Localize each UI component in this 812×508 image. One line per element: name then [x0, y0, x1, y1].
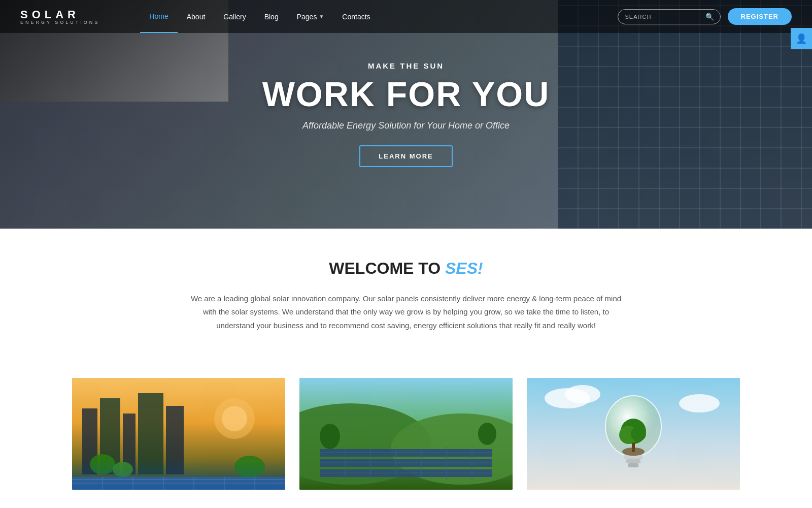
chevron-down-icon: ▼	[319, 14, 324, 19]
welcome-section: WELCOME TO SES! We are a leading global …	[0, 229, 812, 378]
svg-point-8	[234, 456, 265, 478]
search-box: 🔍	[618, 9, 721, 24]
svg-point-40	[679, 394, 720, 412]
logo[interactable]: SOLAR ENERGY SOLUTIONS	[20, 8, 99, 25]
nav-gallery[interactable]: Gallery	[214, 0, 255, 33]
svg-point-36	[478, 423, 496, 445]
hero-subtitle: MAKE THE SUN	[10, 61, 802, 70]
learn-more-button[interactable]: LEARN MORE	[359, 145, 452, 167]
card-city-solar[interactable]	[72, 378, 285, 490]
svg-point-7	[113, 462, 133, 477]
svg-rect-24	[320, 459, 492, 467]
svg-point-49	[622, 448, 645, 456]
svg-rect-25	[320, 469, 492, 477]
card-field-image	[299, 378, 513, 490]
svg-point-39	[565, 385, 600, 403]
card-city-image	[72, 378, 285, 490]
search-input[interactable]	[618, 10, 699, 23]
nav-links: Home About Gallery Blog Pages ▼ Contacts	[140, 0, 617, 33]
svg-rect-23	[320, 449, 492, 457]
user-icon-box[interactable]: 👤	[791, 28, 812, 49]
svg-rect-9	[72, 477, 285, 490]
welcome-title: WELCOME TO SES!	[41, 259, 771, 278]
nav-contacts[interactable]: Contacts	[333, 0, 379, 33]
logo-sub: ENERGY SOLUTIONS	[20, 20, 99, 25]
hero-title: WORK FOR YOU	[10, 75, 802, 113]
nav-blog[interactable]: Blog	[255, 0, 288, 33]
nav-home[interactable]: Home	[140, 0, 177, 33]
search-icon: 🔍	[705, 13, 714, 21]
user-icon: 👤	[796, 33, 807, 44]
svg-rect-4	[138, 393, 163, 474]
svg-point-47	[631, 426, 646, 441]
hero-content: MAKE THE SUN WORK FOR YOU Affordable Ene…	[0, 61, 812, 167]
svg-rect-44	[628, 463, 638, 467]
card-eco-bulb[interactable]	[527, 378, 740, 490]
svg-rect-2	[100, 398, 120, 474]
card-bulb-image	[527, 378, 740, 490]
navbar: SOLAR ENERGY SOLUTIONS Home About Galler…	[0, 0, 812, 33]
svg-rect-5	[166, 406, 184, 474]
nav-pages[interactable]: Pages ▼	[288, 0, 333, 33]
hero-tagline: Affordable Energy Solution for Your Home…	[10, 120, 802, 131]
register-button[interactable]: REGISTER	[728, 8, 792, 25]
svg-rect-3	[123, 414, 136, 474]
welcome-description: We are a leading global solar innovation…	[188, 292, 624, 332]
search-button[interactable]: 🔍	[699, 10, 720, 24]
welcome-title-prefix: WELCOME TO	[329, 259, 445, 277]
svg-rect-43	[626, 459, 640, 463]
hero-section: MAKE THE SUN WORK FOR YOU Affordable Ene…	[0, 0, 812, 229]
cards-row	[0, 378, 812, 490]
welcome-title-accent: SES!	[445, 259, 483, 277]
nav-right: 🔍 REGISTER	[618, 8, 792, 25]
nav-about[interactable]: About	[178, 0, 215, 33]
svg-rect-1	[82, 408, 97, 474]
svg-point-19	[222, 406, 247, 431]
svg-point-35	[320, 424, 340, 449]
card-field-solar[interactable]	[299, 378, 513, 490]
svg-point-6	[90, 454, 115, 474]
